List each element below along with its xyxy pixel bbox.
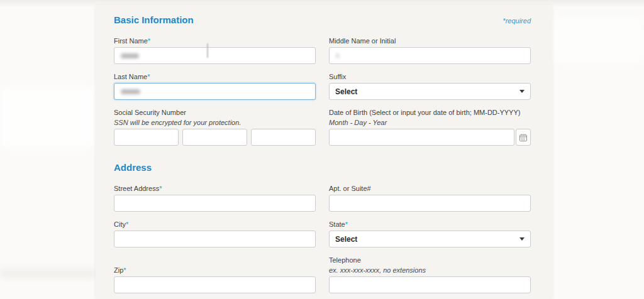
apt-group: Apt. or Suite# <box>329 184 531 212</box>
required-asterisk: * <box>126 220 128 228</box>
first-name-input[interactable] <box>114 47 316 64</box>
caret-down-icon <box>519 90 525 93</box>
middle-name-input[interactable] <box>329 47 531 64</box>
city-input[interactable] <box>114 231 316 247</box>
ssn-part3-input[interactable] <box>251 129 316 146</box>
form-card: Basic Information *required First Name* … <box>96 5 552 299</box>
required-asterisk: * <box>345 220 348 228</box>
required-asterisk: * <box>148 37 150 45</box>
street-address-input[interactable] <box>114 195 316 212</box>
dob-hint: Month - Day - Year <box>329 119 531 127</box>
state-select-value: Select <box>335 235 357 244</box>
required-asterisk: * <box>159 185 162 192</box>
telephone-group: Telephone ex. xxx-xxx-xxxx, no extension… <box>329 256 531 293</box>
first-name-group: First Name* <box>114 36 316 64</box>
background-blur-left-band <box>0 269 96 278</box>
first-name-label: First Name* <box>114 36 316 45</box>
last-name-input[interactable] <box>114 83 316 100</box>
dob-input[interactable] <box>329 129 514 146</box>
telephone-input[interactable] <box>329 276 531 293</box>
suffix-label: Suffix <box>329 72 531 81</box>
row-lastname-suffix: Last Name* Suffix Select <box>114 72 531 100</box>
state-select[interactable]: Select <box>329 231 531 247</box>
required-asterisk: * <box>147 73 150 80</box>
ssn-part1-input[interactable] <box>114 129 179 146</box>
calendar-icon <box>519 133 528 142</box>
required-note: *required <box>502 17 531 24</box>
row-street-apt: Street Address* Apt. or Suite# <box>114 184 531 212</box>
address-title: Address <box>114 162 152 173</box>
row-ssn-dob: Social Security Number SSN will be encry… <box>114 108 531 146</box>
ssn-hint: SSN will be encrypted for your protectio… <box>114 119 316 127</box>
calendar-button[interactable] <box>516 129 531 146</box>
telephone-hint: ex. xxx-xxx-xxxx, no extensions <box>329 266 531 275</box>
suffix-group: Suffix Select <box>329 72 531 100</box>
telephone-label: Telephone <box>329 256 531 264</box>
required-asterisk: * <box>123 266 126 274</box>
basic-information-header: Basic Information *required <box>114 14 531 26</box>
dob-group: Date of Birth (Select or input your date… <box>329 108 531 146</box>
zip-group: Zip* <box>114 266 316 293</box>
last-name-label: Last Name* <box>114 72 316 81</box>
ssn-label: Social Security Number <box>114 108 316 117</box>
dob-label: Date of Birth (Select or input your date… <box>329 108 531 117</box>
suffix-select[interactable]: Select <box>329 83 531 100</box>
state-group: State* Select <box>329 220 531 247</box>
state-label: State* <box>329 220 531 229</box>
suffix-select-value: Select <box>335 87 357 96</box>
city-label: City* <box>114 220 316 229</box>
middle-name-label: Middle Name or Initial <box>329 36 531 45</box>
zip-input[interactable] <box>114 276 316 293</box>
row-zip-telephone: Zip* Telephone ex. xxx-xxx-xxxx, no exte… <box>114 256 531 293</box>
address-header: Address <box>114 162 531 173</box>
background-blur-left <box>0 88 96 148</box>
apt-label: Apt. or Suite# <box>329 184 531 193</box>
street-label: Street Address* <box>114 184 316 193</box>
middle-name-group: Middle Name or Initial <box>329 36 531 64</box>
street-group: Street Address* <box>114 184 316 212</box>
row-name: First Name* Middle Name or Initial <box>114 36 531 64</box>
zip-label: Zip* <box>114 266 316 275</box>
ssn-part2-input[interactable] <box>182 129 247 146</box>
last-name-group: Last Name* <box>114 72 316 100</box>
caret-down-icon <box>519 237 525 241</box>
apt-suite-input[interactable] <box>329 195 531 212</box>
ssn-group: Social Security Number SSN will be encry… <box>114 108 316 146</box>
background-blur-right <box>552 19 644 63</box>
row-city-state: City* State* Select <box>114 220 531 247</box>
city-group: City* <box>114 220 316 247</box>
basic-information-title: Basic Information <box>114 14 194 26</box>
